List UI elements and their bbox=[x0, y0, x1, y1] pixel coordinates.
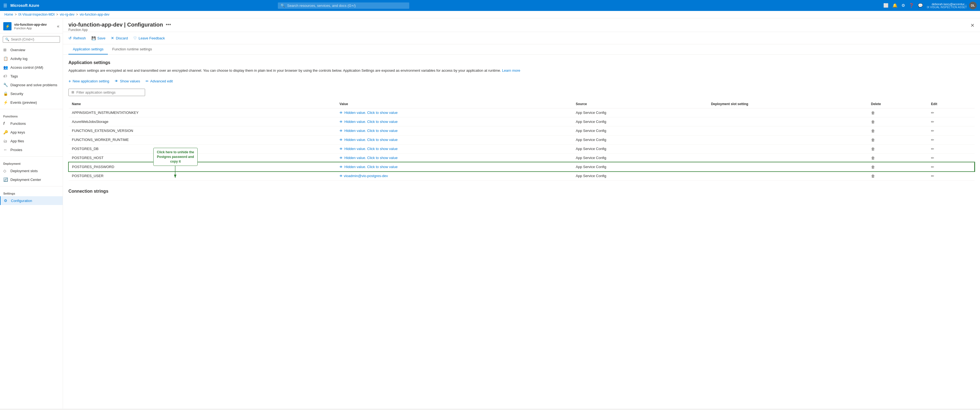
row-delete[interactable]: 🗑 bbox=[868, 144, 928, 153]
row-value[interactable]: 👁 Hidden value. Click to show value bbox=[336, 108, 573, 117]
filter-input[interactable] bbox=[76, 90, 142, 94]
delete-icon[interactable]: 🗑 bbox=[871, 165, 875, 169]
sidebar-item-events[interactable]: ⚡ Events (preview) bbox=[0, 98, 63, 107]
sidebar-item-activity-log[interactable]: 📋 Activity log bbox=[0, 54, 63, 63]
sidebar-item-diagnose[interactable]: 🔧 Diagnose and solve problems bbox=[0, 81, 63, 89]
new-application-setting-button[interactable]: + New application setting bbox=[68, 78, 109, 85]
edit-icon[interactable]: ✏ bbox=[931, 119, 934, 124]
sidebar-item-functions[interactable]: f Functions bbox=[0, 119, 63, 128]
show-values-button[interactable]: 👁 Show values bbox=[115, 78, 140, 84]
notifications-icon[interactable]: 🔔 bbox=[892, 3, 897, 8]
sidebar-collapse-button[interactable]: « bbox=[57, 24, 59, 29]
row-edit[interactable]: ✏ bbox=[928, 153, 974, 162]
discard-button[interactable]: ✕ Discard bbox=[111, 35, 128, 41]
row-delete[interactable]: 🗑 bbox=[868, 153, 928, 162]
help-icon[interactable]: ❓ bbox=[909, 3, 914, 8]
global-search-input[interactable] bbox=[287, 3, 407, 8]
settings-icon[interactable]: ⚙ bbox=[901, 3, 905, 8]
refresh-button[interactable]: ↺ Refresh bbox=[68, 35, 86, 41]
feedback-button[interactable]: ♡ Leave Feedback bbox=[133, 35, 165, 41]
hidden-value-link[interactable]: 👁 Hidden value. Click to show value bbox=[339, 111, 569, 115]
edit-icon[interactable]: ✏ bbox=[931, 129, 934, 133]
row-value[interactable]: 👁 vioadmin@vio-postgres-dev bbox=[336, 171, 573, 180]
row-delete[interactable]: 🗑 bbox=[868, 117, 928, 126]
delete-icon[interactable]: 🗑 bbox=[871, 147, 875, 151]
edit-icon[interactable]: ✏ bbox=[931, 138, 934, 142]
row-value[interactable]: 👁 Hidden value. Click to show value bbox=[336, 162, 573, 171]
row-delete[interactable]: 🗑 bbox=[868, 162, 928, 171]
hidden-value-link[interactable]: 👁 Hidden value. Click to show value bbox=[339, 138, 569, 142]
row-delete[interactable]: 🗑 bbox=[868, 126, 928, 135]
breadcrumb-rg-dev[interactable]: vio-rg-dev bbox=[60, 13, 75, 16]
tab-application-settings[interactable]: Application settings bbox=[68, 44, 108, 54]
delete-icon[interactable]: 🗑 bbox=[871, 156, 875, 160]
breadcrumb-home[interactable]: Home bbox=[5, 13, 13, 16]
breadcrumb-sep-1: > bbox=[15, 13, 17, 16]
sidebar-item-tags[interactable]: 🏷 Tags bbox=[0, 72, 63, 81]
delete-icon[interactable]: 🗑 bbox=[871, 129, 875, 133]
row-edit[interactable]: ✏ bbox=[928, 162, 974, 171]
hidden-value-link[interactable]: 👁 Hidden value. Click to show value bbox=[339, 165, 569, 169]
breadcrumb-inspection[interactable]: IX-Visual-Inspection-MDI bbox=[18, 13, 55, 16]
row-edit[interactable]: ✏ bbox=[928, 135, 974, 144]
global-search[interactable]: 🔍 bbox=[278, 2, 409, 9]
visible-value-link[interactable]: vioadmin@vio-postgres-dev bbox=[344, 174, 388, 178]
save-button[interactable]: 💾 Save bbox=[91, 35, 106, 41]
edit-icon[interactable]: ✏ bbox=[931, 111, 934, 115]
row-source: App Service Config bbox=[573, 171, 708, 180]
row-edit[interactable]: ✏ bbox=[928, 117, 974, 126]
hidden-value-link[interactable]: 👁 Hidden value. Click to show value bbox=[339, 147, 569, 151]
delete-icon[interactable]: 🗑 bbox=[871, 138, 875, 142]
sidebar-item-deployment-slots[interactable]: ◇ Deployment slots bbox=[0, 167, 63, 175]
sidebar-item-security[interactable]: 🔒 Security bbox=[0, 89, 63, 98]
feedback-icon[interactable]: 💬 bbox=[918, 3, 923, 8]
row-value[interactable]: 👁 Hidden value. Click to show value bbox=[336, 135, 573, 144]
breadcrumb: Home > IX-Visual-Inspection-MDI > vio-rg… bbox=[0, 11, 980, 18]
row-value[interactable]: 👁 Hidden value. Click to show value bbox=[336, 117, 573, 126]
delete-icon[interactable]: 🗑 bbox=[871, 119, 875, 124]
sidebar-item-proxies[interactable]: ↔ Proxies bbox=[0, 145, 63, 154]
row-delete[interactable]: 🗑 bbox=[868, 108, 928, 117]
close-button[interactable]: ✕ bbox=[970, 22, 975, 31]
sidebar-item-app-files[interactable]: 🗂 App files bbox=[0, 137, 63, 145]
hidden-value-link[interactable]: 👁 Hidden value. Click to show value bbox=[339, 119, 569, 124]
sidebar-search[interactable]: 🔍 bbox=[3, 36, 60, 43]
row-edit[interactable]: ✏ bbox=[928, 126, 974, 135]
delete-icon[interactable]: 🗑 bbox=[871, 111, 875, 115]
row-value[interactable]: 👁 Hidden value. Click to show value bbox=[336, 144, 573, 153]
row-edit[interactable]: ✏ bbox=[928, 144, 974, 153]
page-title: vio-function-app-dev | Configuration bbox=[68, 22, 163, 28]
page-more-icon[interactable]: ••• bbox=[166, 22, 171, 28]
row-delete[interactable]: 🗑 bbox=[868, 135, 928, 144]
row-value[interactable]: 👁 Hidden value. Click to show value bbox=[336, 126, 573, 135]
hidden-value-link[interactable]: 👁 Hidden value. Click to show value bbox=[339, 129, 569, 133]
advanced-edit-button[interactable]: ✏ Advanced edit bbox=[146, 78, 173, 84]
sidebar-item-configuration[interactable]: ⚙ Configuration bbox=[0, 196, 63, 205]
sidebar-search-input[interactable] bbox=[11, 38, 57, 41]
row-delete[interactable]: 🗑 bbox=[868, 171, 928, 180]
learn-more-link[interactable]: Learn more bbox=[502, 68, 520, 73]
visible-value[interactable]: 👁 vioadmin@vio-postgres-dev bbox=[339, 174, 388, 178]
edit-icon[interactable]: ✏ bbox=[931, 174, 934, 178]
user-subtitle: IX VISUAL INSPECTION ASSET bbox=[927, 6, 967, 9]
edit-icon[interactable]: ✏ bbox=[931, 165, 934, 169]
avatar[interactable]: DL bbox=[969, 2, 977, 9]
sidebar-item-app-keys[interactable]: 🔑 App keys bbox=[0, 128, 63, 137]
hidden-value-link[interactable]: 👁 Hidden value. Click to show value bbox=[339, 156, 569, 160]
portal-icon[interactable]: ⬜ bbox=[883, 3, 889, 8]
breadcrumb-current[interactable]: vio-function-app-dev bbox=[80, 13, 110, 16]
row-edit[interactable]: ✏ bbox=[928, 108, 974, 117]
delete-icon[interactable]: 🗑 bbox=[871, 174, 875, 178]
sidebar-item-deployment-center[interactable]: 🔄 Deployment Center bbox=[0, 175, 63, 184]
eye-icon-small: 👁 bbox=[339, 165, 343, 169]
edit-icon[interactable]: ✏ bbox=[931, 156, 934, 160]
sidebar-item-access-control[interactable]: 👥 Access control (IAM) bbox=[0, 63, 63, 72]
tab-function-runtime[interactable]: Function runtime settings bbox=[108, 44, 156, 54]
row-edit[interactable]: ✏ bbox=[928, 171, 974, 180]
hamburger-icon[interactable]: ☰ bbox=[3, 3, 7, 8]
row-value[interactable]: 👁 Hidden value. Click to show value bbox=[336, 153, 573, 162]
filter-box[interactable]: ⊞ bbox=[68, 89, 145, 96]
sidebar-item-overview[interactable]: ⊞ Overview bbox=[0, 45, 63, 54]
user-profile[interactable]: deborah.lasry@accentur... IX VISUAL INSP… bbox=[927, 2, 977, 9]
edit-icon[interactable]: ✏ bbox=[931, 147, 934, 151]
